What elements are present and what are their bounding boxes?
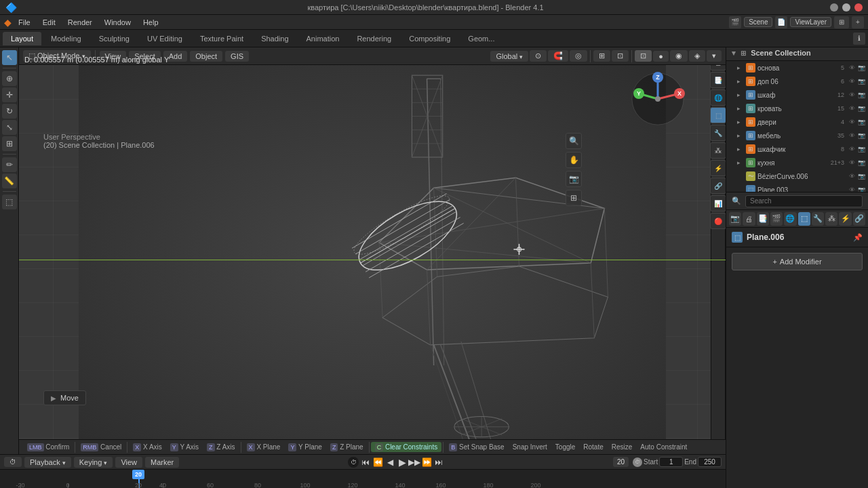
outliner-item-dop06[interactable]: ▸ ⊞ доп 06 6 👁 📷	[726, 75, 868, 88]
prop-view-layer-icon[interactable]: 📑	[757, 212, 769, 226]
prev-keyframe-btn[interactable]: ⏪	[372, 457, 383, 468]
tab-modeling[interactable]: Modeling	[43, 32, 90, 45]
tab-compositing[interactable]: Compositing	[401, 32, 458, 45]
transform-dropdown[interactable]: Global ▾	[490, 51, 528, 62]
side-icon-data[interactable]: 📊	[710, 195, 726, 211]
z-plane-btn[interactable]: Z Z Plane	[326, 442, 368, 452]
tab-texture-paint[interactable]: Texture Paint	[192, 32, 252, 45]
side-icon-physics[interactable]: ⚡	[710, 160, 726, 176]
tool-move[interactable]: ✛	[2, 87, 17, 102]
win-maximize[interactable]	[842, 3, 850, 12]
side-icon-object[interactable]: ⬚	[710, 107, 726, 123]
start-frame-input[interactable]	[659, 457, 683, 467]
outliner-item-krovat[interactable]: ▸ ⊞ кровать 15 👁 📷	[726, 102, 868, 115]
snap-invert-btn[interactable]: Snap Invert	[509, 442, 551, 452]
win-close[interactable]	[854, 3, 863, 12]
xray-btn[interactable]: ⊡	[612, 50, 629, 62]
tab-layout[interactable]: Layout	[3, 32, 41, 45]
y-plane-btn[interactable]: Y Y Plane	[284, 442, 326, 452]
prop-scene-icon[interactable]: 🎬	[770, 212, 783, 226]
cancel-btn[interactable]: RMB Cancel	[77, 442, 125, 452]
view-grid-btn[interactable]: ⊞	[566, 190, 582, 206]
auto-constraint-btn[interactable]: Auto Constraint	[636, 442, 691, 452]
outliner-item-shkaf[interactable]: ▸ ⊞ шкаф 12 👁 📷	[726, 88, 868, 102]
object-menu[interactable]: Object	[190, 51, 222, 62]
prop-render-icon[interactable]: 📷	[729, 212, 741, 226]
prev-frame-btn[interactable]: ◀	[384, 457, 395, 468]
tool-transform[interactable]: ⊞	[2, 136, 17, 151]
shading-material[interactable]: ◉	[670, 50, 688, 62]
tool-rotate[interactable]: ↻	[2, 104, 17, 119]
shading-options[interactable]: ▾	[707, 50, 722, 62]
viewport[interactable]: User Perspective (20) Scene Collection |…	[19, 65, 726, 454]
win-minimize[interactable]	[830, 3, 838, 12]
side-icon-world[interactable]: 🌐	[710, 89, 726, 106]
prop-output-icon[interactable]: 🖨	[743, 212, 755, 226]
zoom-in-btn[interactable]: 🔍	[566, 133, 582, 149]
viewport-gizmo[interactable]: X Y Z	[631, 72, 685, 126]
menu-help[interactable]: Help	[138, 17, 164, 28]
side-icon-particles[interactable]: ⁂	[710, 142, 726, 159]
side-icon-viewlayer[interactable]: 📑	[710, 72, 726, 88]
tab-uv-editing[interactable]: UV Editing	[139, 32, 191, 45]
prop-constraints-icon[interactable]: 🔗	[853, 212, 865, 226]
outliner-item-bezier[interactable]: 〜 BézierCurve.006 👁 📷	[726, 169, 868, 183]
tool-measure[interactable]: 📏	[2, 174, 17, 188]
gis-menu[interactable]: GIS	[225, 51, 249, 62]
clear-constraints-btn[interactable]: C Clear Constraints	[371, 442, 442, 452]
toggle-btn[interactable]: Toggle	[551, 442, 579, 452]
tab-animation[interactable]: Animation	[298, 32, 348, 45]
view-btn[interactable]: View	[115, 457, 142, 468]
camera-btn[interactable]: 📷	[566, 171, 582, 187]
side-icon-material[interactable]: 🔴	[710, 213, 726, 229]
end-frame-input[interactable]	[698, 457, 722, 467]
prop-particles-icon[interactable]: ⁂	[825, 212, 837, 226]
zoom-out-btn[interactable]: ✋	[566, 152, 582, 168]
tab-rendering[interactable]: Rendering	[349, 32, 399, 45]
menu-window[interactable]: Window	[99, 17, 136, 28]
tab-shading[interactable]: Shading	[253, 32, 296, 45]
shading-solid[interactable]: ●	[653, 51, 669, 62]
prop-pin-btn[interactable]: 📌	[853, 233, 863, 242]
snap-btn[interactable]: 🧲	[548, 50, 568, 62]
tool-select[interactable]: ↖	[2, 50, 17, 65]
outliner-item-kuhnya[interactable]: ▸ ⊞ кухня 21+3 👁 📷	[726, 156, 868, 169]
outliner-item-mebel[interactable]: ▸ ⊞ мебель 35 👁 📷	[726, 129, 868, 142]
marker-btn[interactable]: Marker	[145, 457, 179, 468]
outliner-item-shkafchik[interactable]: ▸ ⊞ шкафчик 8 👁 📷	[726, 142, 868, 156]
add-view-icon[interactable]: +	[852, 16, 864, 28]
shading-render[interactable]: ◈	[689, 50, 705, 62]
keying-btn[interactable]: Keying ▾	[74, 457, 113, 468]
tab-geometry[interactable]: Geom...	[460, 32, 502, 45]
overlay-btn[interactable]: ⊞	[593, 50, 610, 62]
next-frame-btn[interactable]: ▶▶	[409, 457, 420, 468]
outliner-item-plane003[interactable]: ⬚ Plane.003 👁 📷	[726, 183, 868, 192]
x-plane-btn[interactable]: X X Plane	[243, 442, 285, 452]
fps-indicator[interactable]: ⏱	[348, 457, 359, 468]
vis-eye[interactable]: 👁	[848, 64, 856, 72]
play-btn[interactable]: ▶	[397, 457, 408, 468]
tab-sculpting[interactable]: Sculpting	[91, 32, 138, 45]
menu-file[interactable]: File	[13, 17, 36, 28]
confirm-btn[interactable]: LMB Confirm	[23, 442, 73, 452]
z-axis-btn[interactable]: Z Z Axis	[203, 442, 239, 452]
add-modifier-button[interactable]: + Add Modifier	[732, 253, 863, 270]
menu-edit[interactable]: Edit	[37, 17, 61, 28]
outliner-item-dveri[interactable]: ▸ ⊞ двери 4 👁 📷	[726, 115, 868, 129]
prop-object-icon[interactable]: ⬚	[798, 212, 810, 226]
set-snap-btn[interactable]: B Set Snap Base	[445, 442, 509, 452]
resize-btn[interactable]: Resize	[608, 442, 637, 452]
pivot-btn[interactable]: ⊙	[530, 50, 547, 62]
side-icon-modifier[interactable]: 🔧	[710, 125, 726, 141]
y-axis-btn[interactable]: Y Y Axis	[166, 442, 203, 452]
tool-cursor[interactable]: ⊕	[2, 71, 17, 86]
prop-physics-icon[interactable]: ⚡	[839, 212, 851, 226]
jump-start-btn[interactable]: ⏮	[360, 457, 371, 468]
x-axis-btn[interactable]: X X Axis	[129, 442, 166, 452]
scene-selector[interactable]: Scene	[744, 17, 772, 27]
outliner-item-osnova[interactable]: ▸ ⊞ основа 5 👁 📷	[726, 61, 868, 75]
prop-world-icon[interactable]: 🌐	[784, 212, 796, 226]
shading-wire[interactable]: ⊡	[635, 50, 652, 62]
tool-annotate[interactable]: ✏	[2, 157, 17, 172]
jump-end-btn[interactable]: ⏭	[433, 457, 444, 468]
